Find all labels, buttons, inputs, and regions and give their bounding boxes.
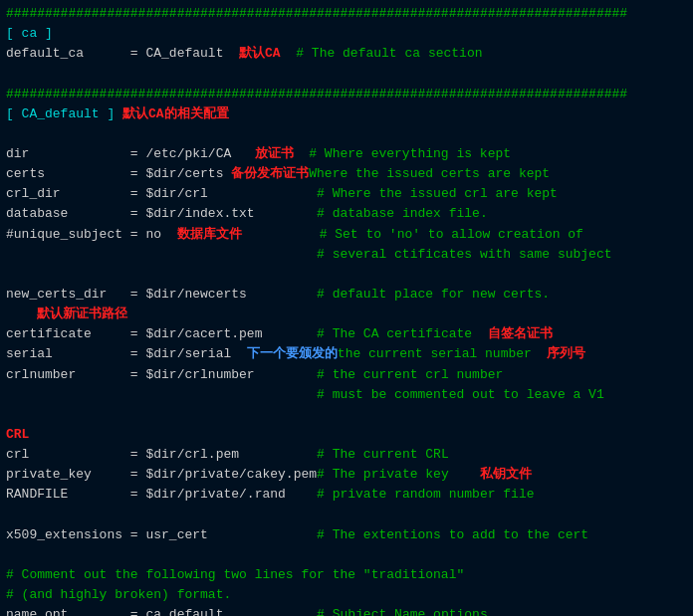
crl-line: crl = $dir/crl.pem # The current CRL [6, 445, 687, 465]
blank-5 [6, 506, 687, 525]
private-key-line: private_key = $dir/private/cakey.pem# Th… [6, 465, 687, 485]
blank-2 [6, 124, 687, 144]
unique-subject-line: #unique_subject = no 数据库文件 # Set to 'no'… [6, 225, 687, 245]
x509-line: x509_extensions = usr_cert # The extenti… [6, 525, 687, 545]
blank-4 [6, 405, 687, 425]
crl-label: CRL [6, 425, 687, 445]
crl-dir-line: crl_dir = $dir/crl # Where the issued cr… [6, 184, 687, 204]
database-line: database = $dir/index.txt # database ind… [6, 204, 687, 224]
crlnumber-line: crlnumber = $dir/crlnumber # the current… [6, 365, 687, 385]
crlnumber-cont: # must be commented out to leave a V1 [6, 385, 687, 405]
blank-1 [6, 64, 687, 84]
serial-line: serial = $dir/serial 下一个要颁发的the current … [6, 344, 687, 364]
name-opt-line: name_opt = ca_default # Subject Name opt… [6, 605, 687, 616]
terminal-window: ########################################… [0, 0, 693, 616]
certificate-line: certificate = $dir/cacert.pem # The CA c… [6, 324, 687, 344]
randfile-line: RANDFILE = $dir/private/.rand # private … [6, 485, 687, 505]
certs-line: certs = $dir/certs 备份发布证书Where the issue… [6, 164, 687, 184]
new-certs-dir-line: new_certs_dir = $dir/newcerts # default … [6, 285, 687, 305]
blank-6 [6, 545, 687, 565]
hash-line-1: ########################################… [6, 4, 687, 24]
comment-broken: # (and highly broken) format. [6, 585, 687, 605]
comment-traditional: # Comment out the following two lines fo… [6, 565, 687, 585]
dir-line: dir = /etc/pki/CA 放证书 # Where everything… [6, 144, 687, 164]
default-ca-line: default_ca = CA_default 默认CA # The defau… [6, 44, 687, 64]
new-certs-annot: 默认新证书路径 [6, 305, 687, 324]
unique-subject-cont: # several ctificates with same subject [6, 245, 687, 265]
ca-default-section: [ CA_default ] 默认CA的相关配置 [6, 104, 687, 124]
hash-line-2: ########################################… [6, 85, 687, 104]
ca-section: [ ca ] [6, 24, 687, 44]
blank-3 [6, 265, 687, 285]
